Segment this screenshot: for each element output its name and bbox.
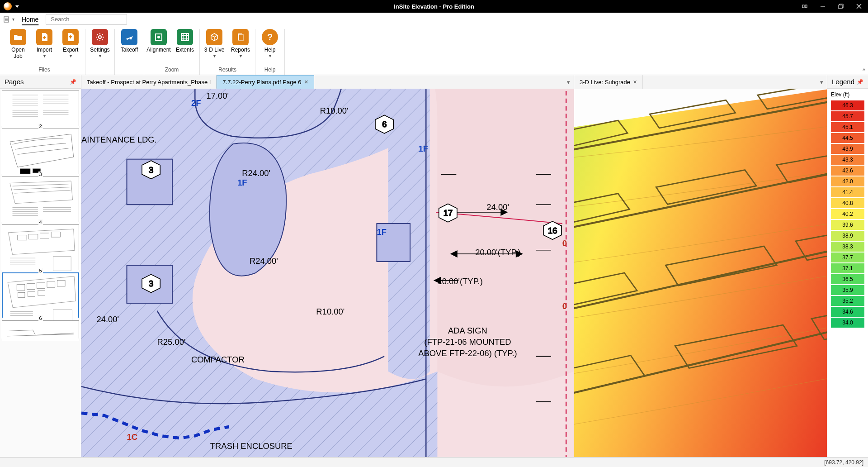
cursor-coordinates: [693.72, 420.92] [824,459,863,466]
legend-swatch: 44.5 [831,133,864,143]
file-list-menu[interactable]: ▾ [4,16,14,23]
plan-document-area: Takeoff - Prospect at Perry Apartments_P… [81,75,574,457]
svg-text:3: 3 [149,279,153,288]
svg-text:ABOVE FTP-22-06) (TYP.): ABOVE FTP-22-06) (TYP.) [418,348,517,358]
legend-swatch: 42.0 [831,176,864,186]
alignment-button[interactable]: Alignment [147,29,170,53]
ribbon-collapse-toggle[interactable]: ^ [863,67,865,74]
window-minimize-button[interactable] [814,0,832,13]
page-thumbnail[interactable]: 4 [2,224,79,270]
legend-swatches: 46.345.745.144.543.943.342.642.041.440.8… [831,100,864,328]
legend-swatch: 43.3 [831,155,864,165]
open-job-button[interactable]: Open Job [6,29,30,60]
pin-icon[interactable]: 📌 [857,79,863,85]
tab-takeoff[interactable]: Takeoff - Prospect at Perry Apartments_P… [81,75,217,89]
pin-icon[interactable]: 📌 [70,79,76,85]
page-thumbnail[interactable]: 5 [2,272,79,318]
legend-swatch: 37.7 [831,253,864,262]
takeoff-button[interactable]: Takeoff [118,29,141,53]
svg-rect-3 [839,5,842,9]
live-3d-viewport[interactable] [574,89,827,457]
page-thumbnail[interactable]: 6 [2,320,79,338]
svg-point-12 [99,36,101,38]
legend-swatch: 40.2 [831,209,864,219]
close-icon[interactable]: ✕ [304,79,308,85]
window-restore-button[interactable] [832,0,850,13]
app-logo [4,2,12,10]
svg-text:R24.00': R24.00' [250,256,278,266]
tab-dropdown[interactable]: ▾ [816,79,827,86]
plan-viewport[interactable]: 3 3 6 17 16 1F 2F GUARD HOUSE & GATED EN… [81,89,574,457]
ribbon-group-label: Help [264,65,276,75]
legend-swatch: 46.3 [831,100,864,110]
search-box[interactable] [46,14,127,25]
legend-swatch: 35.2 [831,296,864,306]
svg-text:(FTP-21-06 MOUNTED: (FTP-21-06 MOUNTED [424,337,511,347]
legend-swatch: 38.9 [831,231,864,241]
legend-swatch: 40.8 [831,198,864,208]
legend-swatch: 43.9 [831,144,864,154]
svg-text:2F: 2F [191,98,201,108]
svg-rect-15 [181,33,189,41]
ribbon-group-zoom: Alignment Extents Zoom [144,29,200,75]
legend-swatch: 41.4 [831,187,864,197]
legend-swatch: 45.1 [831,122,864,132]
svg-text:0: 0 [562,301,567,311]
pages-panel-title: Pages [5,78,24,86]
page-thumbnail[interactable] [2,91,79,126]
legend-title: Legend [832,78,854,86]
reports-button[interactable]: Reports▾ [229,29,252,58]
legend-swatch: 36.5 [831,274,864,284]
app-menu-caret[interactable] [15,5,19,8]
ribbon-group-settings: Settings▾ [85,29,115,75]
legend-swatch: 34.6 [831,307,864,317]
svg-text:0: 0 [562,238,567,248]
window-close-button[interactable] [850,0,868,13]
tab-dropdown[interactable]: ▾ [563,79,574,86]
svg-text:17: 17 [443,208,453,218]
svg-text:16: 16 [548,226,557,235]
tab-plans-pdf[interactable]: 7.7.22-Perry Plans.pdf Page 6 ✕ [217,75,314,89]
svg-text:1C: 1C [127,432,138,442]
tab-3d-live[interactable]: 3-D Live: Subgrade ✕ [574,75,643,89]
svg-text:R10.00': R10.00' [316,307,344,316]
search-input[interactable] [51,16,127,23]
close-icon[interactable]: ✕ [633,79,637,85]
svg-text:1F: 1F [419,144,428,153]
legend-axis-label: Elev (ft) [831,91,864,98]
svg-rect-76 [2,321,79,341]
live-3d-panel: 3-D Live: Subgrade ✕ ▾ [574,75,827,457]
ribbon-group-results: 3-D Live▾ Reports▾ Results [200,29,255,75]
svg-rect-1 [805,5,807,8]
svg-text:R24.00': R24.00' [242,168,270,178]
svg-text:20.00'(TYP.): 20.00'(TYP.) [475,248,520,257]
import-button[interactable]: Import▾ [33,29,56,60]
ribbon-group-label: Files [38,65,50,75]
pages-thumbnail-list[interactable]: 2 3 [0,89,81,457]
page-thumbnail[interactable]: 3 [2,176,79,222]
extents-button[interactable]: Extents [173,29,197,53]
svg-text:AINTENANCE LDG.: AINTENANCE LDG. [81,135,157,144]
svg-text:COMPACTOR: COMPACTOR [191,355,245,364]
legend-swatch: 38.3 [831,242,864,252]
live3d-button[interactable]: 3-D Live▾ [203,29,226,58]
ribbon-tab-home[interactable]: Home [21,14,39,24]
ribbon-group-label: Zoom [165,65,179,75]
legend-swatch: 35.9 [831,285,864,295]
svg-text:3: 3 [149,165,153,175]
legend-swatch: 37.1 [831,263,864,273]
help-button[interactable]: ? Help▾ [258,29,282,58]
svg-text:10.00'(TYP.): 10.00'(TYP.) [437,276,482,286]
export-button[interactable]: Export▾ [59,29,82,60]
page-thumbnail[interactable]: 2 [2,129,79,174]
settings-button[interactable]: Settings▾ [88,29,112,58]
svg-text:24.00': 24.00' [97,315,119,324]
legend-swatch: 39.6 [831,220,864,230]
legend-panel: Legend 📌 Elev (ft) 46.345.745.144.543.94… [827,75,868,457]
ribbon-group-files: Open Job Import▾ Export▾ Files [4,29,85,75]
svg-text:17.00': 17.00' [206,91,229,100]
svg-rect-39 [20,169,30,174]
window-snap-button[interactable] [796,0,814,13]
legend-swatch: 45.7 [831,111,864,121]
svg-text:1F: 1F [237,178,247,187]
